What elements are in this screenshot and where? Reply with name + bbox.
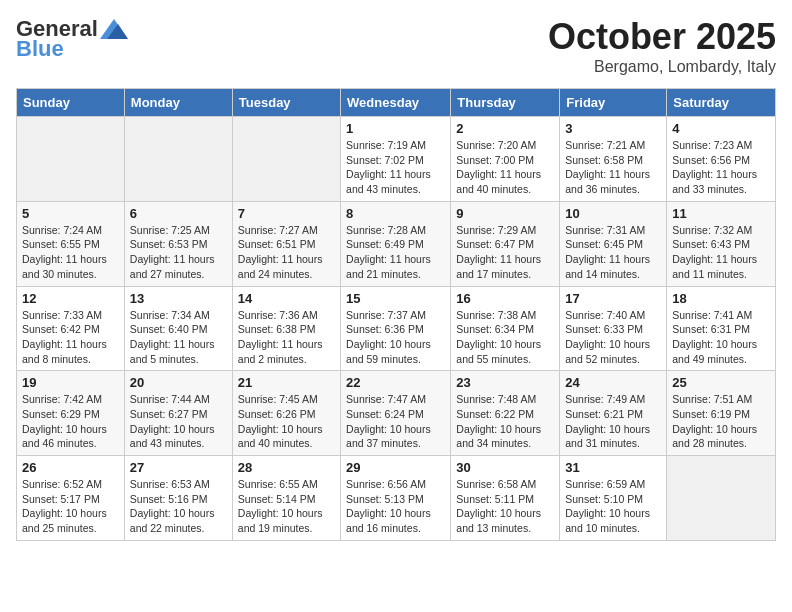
day-cell-10: 10Sunrise: 7:31 AMSunset: 6:45 PMDayligh… xyxy=(560,201,667,286)
day-info: Sunrise: 7:23 AMSunset: 6:56 PMDaylight:… xyxy=(672,138,770,197)
day-cell-26: 26Sunrise: 6:52 AMSunset: 5:17 PMDayligh… xyxy=(17,456,125,541)
day-cell-2: 2Sunrise: 7:20 AMSunset: 7:00 PMDaylight… xyxy=(451,117,560,202)
day-cell-28: 28Sunrise: 6:55 AMSunset: 5:14 PMDayligh… xyxy=(232,456,340,541)
day-info: Sunrise: 7:41 AMSunset: 6:31 PMDaylight:… xyxy=(672,308,770,367)
week-row-1: 1Sunrise: 7:19 AMSunset: 7:02 PMDaylight… xyxy=(17,117,776,202)
day-info: Sunrise: 7:29 AMSunset: 6:47 PMDaylight:… xyxy=(456,223,554,282)
day-info: Sunrise: 7:33 AMSunset: 6:42 PMDaylight:… xyxy=(22,308,119,367)
empty-cell xyxy=(124,117,232,202)
day-info: Sunrise: 7:40 AMSunset: 6:33 PMDaylight:… xyxy=(565,308,661,367)
day-number: 12 xyxy=(22,291,119,306)
day-cell-12: 12Sunrise: 7:33 AMSunset: 6:42 PMDayligh… xyxy=(17,286,125,371)
day-cell-29: 29Sunrise: 6:56 AMSunset: 5:13 PMDayligh… xyxy=(341,456,451,541)
day-number: 11 xyxy=(672,206,770,221)
day-number: 30 xyxy=(456,460,554,475)
day-info: Sunrise: 7:51 AMSunset: 6:19 PMDaylight:… xyxy=(672,392,770,451)
day-number: 17 xyxy=(565,291,661,306)
day-number: 31 xyxy=(565,460,661,475)
day-cell-25: 25Sunrise: 7:51 AMSunset: 6:19 PMDayligh… xyxy=(667,371,776,456)
week-row-5: 26Sunrise: 6:52 AMSunset: 5:17 PMDayligh… xyxy=(17,456,776,541)
day-number: 22 xyxy=(346,375,445,390)
day-number: 7 xyxy=(238,206,335,221)
week-row-3: 12Sunrise: 7:33 AMSunset: 6:42 PMDayligh… xyxy=(17,286,776,371)
day-number: 15 xyxy=(346,291,445,306)
title-section: October 2025 Bergamo, Lombardy, Italy xyxy=(548,16,776,76)
empty-cell xyxy=(667,456,776,541)
day-number: 9 xyxy=(456,206,554,221)
calendar: SundayMondayTuesdayWednesdayThursdayFrid… xyxy=(16,88,776,541)
day-info: Sunrise: 7:37 AMSunset: 6:36 PMDaylight:… xyxy=(346,308,445,367)
day-cell-31: 31Sunrise: 6:59 AMSunset: 5:10 PMDayligh… xyxy=(560,456,667,541)
day-number: 26 xyxy=(22,460,119,475)
day-cell-5: 5Sunrise: 7:24 AMSunset: 6:55 PMDaylight… xyxy=(17,201,125,286)
weekday-header-wednesday: Wednesday xyxy=(341,89,451,117)
day-number: 27 xyxy=(130,460,227,475)
logo-blue-text: Blue xyxy=(16,36,64,62)
week-row-2: 5Sunrise: 7:24 AMSunset: 6:55 PMDaylight… xyxy=(17,201,776,286)
weekday-header-friday: Friday xyxy=(560,89,667,117)
day-number: 8 xyxy=(346,206,445,221)
day-number: 20 xyxy=(130,375,227,390)
day-number: 29 xyxy=(346,460,445,475)
weekday-header-monday: Monday xyxy=(124,89,232,117)
day-cell-23: 23Sunrise: 7:48 AMSunset: 6:22 PMDayligh… xyxy=(451,371,560,456)
day-info: Sunrise: 7:27 AMSunset: 6:51 PMDaylight:… xyxy=(238,223,335,282)
day-number: 1 xyxy=(346,121,445,136)
weekday-header-row: SundayMondayTuesdayWednesdayThursdayFrid… xyxy=(17,89,776,117)
day-info: Sunrise: 7:36 AMSunset: 6:38 PMDaylight:… xyxy=(238,308,335,367)
day-cell-14: 14Sunrise: 7:36 AMSunset: 6:38 PMDayligh… xyxy=(232,286,340,371)
day-number: 4 xyxy=(672,121,770,136)
day-cell-22: 22Sunrise: 7:47 AMSunset: 6:24 PMDayligh… xyxy=(341,371,451,456)
day-number: 3 xyxy=(565,121,661,136)
day-cell-1: 1Sunrise: 7:19 AMSunset: 7:02 PMDaylight… xyxy=(341,117,451,202)
logo-icon xyxy=(100,19,128,39)
day-cell-15: 15Sunrise: 7:37 AMSunset: 6:36 PMDayligh… xyxy=(341,286,451,371)
day-info: Sunrise: 7:31 AMSunset: 6:45 PMDaylight:… xyxy=(565,223,661,282)
day-info: Sunrise: 6:56 AMSunset: 5:13 PMDaylight:… xyxy=(346,477,445,536)
day-cell-30: 30Sunrise: 6:58 AMSunset: 5:11 PMDayligh… xyxy=(451,456,560,541)
day-cell-27: 27Sunrise: 6:53 AMSunset: 5:16 PMDayligh… xyxy=(124,456,232,541)
day-number: 14 xyxy=(238,291,335,306)
empty-cell xyxy=(232,117,340,202)
day-number: 28 xyxy=(238,460,335,475)
day-info: Sunrise: 7:19 AMSunset: 7:02 PMDaylight:… xyxy=(346,138,445,197)
day-info: Sunrise: 6:55 AMSunset: 5:14 PMDaylight:… xyxy=(238,477,335,536)
day-info: Sunrise: 7:38 AMSunset: 6:34 PMDaylight:… xyxy=(456,308,554,367)
day-info: Sunrise: 6:52 AMSunset: 5:17 PMDaylight:… xyxy=(22,477,119,536)
day-cell-7: 7Sunrise: 7:27 AMSunset: 6:51 PMDaylight… xyxy=(232,201,340,286)
day-info: Sunrise: 7:20 AMSunset: 7:00 PMDaylight:… xyxy=(456,138,554,197)
month-title: October 2025 xyxy=(548,16,776,58)
day-cell-9: 9Sunrise: 7:29 AMSunset: 6:47 PMDaylight… xyxy=(451,201,560,286)
day-cell-24: 24Sunrise: 7:49 AMSunset: 6:21 PMDayligh… xyxy=(560,371,667,456)
day-cell-4: 4Sunrise: 7:23 AMSunset: 6:56 PMDaylight… xyxy=(667,117,776,202)
day-cell-21: 21Sunrise: 7:45 AMSunset: 6:26 PMDayligh… xyxy=(232,371,340,456)
day-info: Sunrise: 7:49 AMSunset: 6:21 PMDaylight:… xyxy=(565,392,661,451)
day-info: Sunrise: 6:53 AMSunset: 5:16 PMDaylight:… xyxy=(130,477,227,536)
day-cell-19: 19Sunrise: 7:42 AMSunset: 6:29 PMDayligh… xyxy=(17,371,125,456)
day-cell-17: 17Sunrise: 7:40 AMSunset: 6:33 PMDayligh… xyxy=(560,286,667,371)
day-info: Sunrise: 7:24 AMSunset: 6:55 PMDaylight:… xyxy=(22,223,119,282)
day-number: 23 xyxy=(456,375,554,390)
day-info: Sunrise: 7:42 AMSunset: 6:29 PMDaylight:… xyxy=(22,392,119,451)
day-number: 2 xyxy=(456,121,554,136)
day-info: Sunrise: 7:34 AMSunset: 6:40 PMDaylight:… xyxy=(130,308,227,367)
day-info: Sunrise: 7:45 AMSunset: 6:26 PMDaylight:… xyxy=(238,392,335,451)
day-number: 10 xyxy=(565,206,661,221)
day-number: 25 xyxy=(672,375,770,390)
day-info: Sunrise: 7:32 AMSunset: 6:43 PMDaylight:… xyxy=(672,223,770,282)
weekday-header-saturday: Saturday xyxy=(667,89,776,117)
day-info: Sunrise: 6:59 AMSunset: 5:10 PMDaylight:… xyxy=(565,477,661,536)
day-cell-18: 18Sunrise: 7:41 AMSunset: 6:31 PMDayligh… xyxy=(667,286,776,371)
day-cell-11: 11Sunrise: 7:32 AMSunset: 6:43 PMDayligh… xyxy=(667,201,776,286)
day-number: 21 xyxy=(238,375,335,390)
day-cell-6: 6Sunrise: 7:25 AMSunset: 6:53 PMDaylight… xyxy=(124,201,232,286)
day-number: 16 xyxy=(456,291,554,306)
header: General Blue October 2025 Bergamo, Lomba… xyxy=(16,16,776,76)
day-number: 5 xyxy=(22,206,119,221)
day-info: Sunrise: 7:25 AMSunset: 6:53 PMDaylight:… xyxy=(130,223,227,282)
weekday-header-sunday: Sunday xyxy=(17,89,125,117)
day-cell-8: 8Sunrise: 7:28 AMSunset: 6:49 PMDaylight… xyxy=(341,201,451,286)
day-info: Sunrise: 7:28 AMSunset: 6:49 PMDaylight:… xyxy=(346,223,445,282)
day-cell-20: 20Sunrise: 7:44 AMSunset: 6:27 PMDayligh… xyxy=(124,371,232,456)
logo: General Blue xyxy=(16,16,128,62)
